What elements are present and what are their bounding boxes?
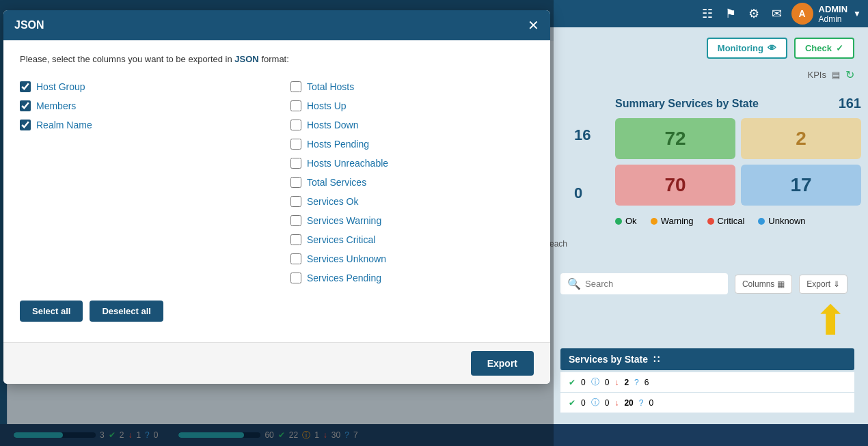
- badge-icon[interactable]: ⚑: [722, 3, 739, 24]
- data-row-2: ✔ 0 ⓘ 0 ↓ 20 ? 0: [560, 393, 854, 413]
- checkbox-hosts-unreachable: Hosts Unreachable: [290, 154, 534, 172]
- modal-close-button[interactable]: ✕: [528, 18, 539, 32]
- description-prefix: Please, select the columns you want to b…: [20, 54, 234, 64]
- cell-critical[interactable]: 70: [615, 165, 735, 206]
- checkbox-hosts-up-label[interactable]: Hosts Up: [307, 100, 347, 111]
- deselect-all-button[interactable]: Deselect all: [90, 301, 163, 322]
- arrow-annotation: ⬆: [813, 301, 847, 342]
- checkbox-services-critical-input[interactable]: [290, 234, 301, 245]
- check-button[interactable]: Check ✓: [794, 38, 854, 59]
- modal-footer-buttons: Select all Deselect all: [20, 301, 534, 322]
- checkbox-hosts-pending-input[interactable]: [290, 139, 301, 150]
- cell-warning[interactable]: 2: [741, 118, 861, 159]
- admin-info: ADMIN Admin: [819, 4, 848, 24]
- checkbox-host-group: Host Group: [20, 78, 263, 96]
- columns-label: Columns: [742, 279, 774, 289]
- checkbox-empty-7: [20, 250, 263, 268]
- info-icon-1: ⓘ: [591, 376, 599, 388]
- checkbox-services-ok-input[interactable]: [290, 196, 301, 207]
- columns-button[interactable]: Columns ▦: [735, 275, 792, 294]
- checkbox-members-input[interactable]: [20, 100, 31, 111]
- checkbox-services-unknown-input[interactable]: [290, 253, 301, 264]
- checkmark-icon: ✓: [836, 43, 843, 53]
- checkbox-total-services-input[interactable]: [290, 177, 301, 188]
- monitoring-button[interactable]: Monitoring 👁: [707, 38, 787, 59]
- ok-dot: [615, 218, 622, 225]
- unk-count-2: 0: [649, 398, 653, 408]
- checkbox-services-warning: Services Warning: [290, 212, 534, 229]
- summary-card: Summary Services by State 161 72 2 70 17…: [615, 96, 861, 229]
- checkbox-hosts-up-input[interactable]: [290, 100, 301, 111]
- download-icon: ⇓: [833, 279, 840, 289]
- checkbox-host-group-label[interactable]: Host Group: [36, 81, 85, 92]
- critical-dot: [707, 218, 714, 225]
- gear-icon[interactable]: ⚙: [746, 3, 762, 24]
- drag-icon: ∷: [653, 354, 660, 365]
- checkbox-members-label[interactable]: Members: [36, 100, 76, 111]
- legend-warning: Warning: [651, 216, 694, 226]
- admin-avatar: A: [791, 3, 813, 25]
- ok-icon-2: ✔: [569, 398, 575, 408]
- checkbox-services-critical-label[interactable]: Services Critical: [307, 234, 375, 245]
- search-input[interactable]: [585, 279, 721, 289]
- summary-title: Summary Services by State: [615, 98, 759, 110]
- checkbox-empty-4: [20, 193, 263, 210]
- checkbox-empty-6: [20, 231, 263, 249]
- checkbox-services-warning-input[interactable]: [290, 215, 301, 226]
- info-icon-2: ⓘ: [591, 397, 599, 408]
- search-input-wrap[interactable]: 🔍: [560, 273, 728, 294]
- monitoring-label: Monitoring: [718, 43, 763, 53]
- export-label: Export: [806, 279, 830, 289]
- checkbox-total-hosts-label[interactable]: Total Hosts: [307, 81, 354, 92]
- left-count-0: 0: [574, 184, 582, 202]
- checkbox-host-group-input[interactable]: [20, 81, 31, 92]
- ok-count-1: 0: [581, 378, 586, 387]
- checkbox-total-hosts-input[interactable]: [290, 81, 301, 92]
- checkbox-empty-2: [20, 154, 263, 172]
- checkbox-realm-name-label[interactable]: Realm Name: [36, 120, 92, 130]
- checkbox-services-unknown-label[interactable]: Services Unknown: [307, 253, 386, 264]
- checkbox-services-warning-label[interactable]: Services Warning: [307, 215, 381, 226]
- legend-ok: Ok: [615, 216, 637, 226]
- checkbox-realm-name-input[interactable]: [20, 120, 31, 130]
- critical-label: Critical: [718, 216, 745, 226]
- left-count-16: 16: [574, 126, 591, 144]
- search-bar: 🔍 Columns ▦ Export ⇓: [560, 273, 847, 294]
- cell-ok[interactable]: 72: [615, 118, 735, 159]
- export-button[interactable]: Export: [471, 351, 534, 376]
- services-state-label: Services by State: [569, 354, 648, 365]
- ok-icon-1: ✔: [569, 378, 575, 387]
- search-icon: 🔍: [567, 277, 581, 290]
- admin-dropdown-icon[interactable]: ▼: [853, 9, 861, 18]
- checkbox-hosts-down-label[interactable]: Hosts Down: [307, 120, 358, 130]
- checkbox-hosts-pending-label[interactable]: Hosts Pending: [307, 139, 369, 150]
- checkbox-hosts-unreachable-input[interactable]: [290, 158, 301, 169]
- checkbox-members: Members: [20, 97, 263, 115]
- checkbox-services-ok-label[interactable]: Services Ok: [307, 196, 358, 207]
- checkbox-hosts-unreachable-label[interactable]: Hosts Unreachable: [307, 158, 388, 169]
- checkbox-hosts-down: Hosts Down: [290, 116, 534, 134]
- checkbox-services-pending-label[interactable]: Services Pending: [307, 273, 381, 283]
- unk-icon-2: ?: [639, 398, 644, 408]
- export-button-dashboard[interactable]: Export ⇓: [799, 275, 847, 294]
- select-all-button[interactable]: Select all: [20, 301, 83, 322]
- bell-icon[interactable]: ✉: [769, 3, 785, 24]
- checkbox-total-services-label[interactable]: Total Services: [307, 177, 366, 188]
- checkbox-realm-name: Realm Name: [20, 116, 263, 134]
- checkbox-total-services: Total Services: [290, 173, 534, 191]
- checkbox-services-pending-input[interactable]: [290, 273, 301, 283]
- info-count-1: 0: [605, 378, 610, 387]
- unk-icon-1: ?: [634, 378, 639, 387]
- checkbox-total-hosts: Total Hosts: [290, 78, 534, 96]
- modal-body: Please, select the columns you want to b…: [3, 40, 550, 342]
- summary-header: Summary Services by State 161: [615, 96, 861, 111]
- checkbox-empty-5: [20, 212, 263, 229]
- refresh-button[interactable]: ↻: [845, 68, 854, 81]
- checkbox-hosts-down-input[interactable]: [290, 120, 301, 130]
- crit-count-2: 20: [624, 398, 633, 408]
- cell-unknown[interactable]: 17: [741, 165, 861, 206]
- checkbox-services-ok: Services Ok: [290, 193, 534, 210]
- checkbox-empty-1: [20, 135, 263, 153]
- book-icon[interactable]: ☷: [699, 3, 716, 24]
- kpis-icon: ▤: [832, 70, 840, 80]
